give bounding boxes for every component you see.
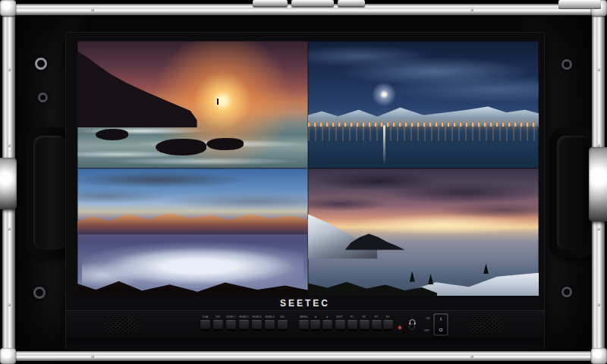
power-rocker[interactable]: I O <box>435 315 447 334</box>
button-label: HDMI 4 <box>265 315 274 318</box>
rivet <box>8 303 11 306</box>
control-panel: VGA DVI HDMI 1 HDMI 2 HDMI 3 HDMI 4 <box>66 310 544 338</box>
sea-rock <box>206 138 244 151</box>
rivet <box>597 303 600 306</box>
button-label: F1 <box>351 315 354 318</box>
lid-catch-plate <box>291 0 334 7</box>
button-label: HDMI 3 <box>252 315 261 318</box>
pine-tree <box>410 271 415 282</box>
lid-catch-plate <box>253 0 288 7</box>
rivet <box>91 355 94 358</box>
right-arrow-button-unit: ► <box>320 314 334 330</box>
f4-button[interactable] <box>383 320 393 330</box>
salt-flat <box>82 240 304 288</box>
left-arrow-button[interactable] <box>310 320 320 330</box>
moon-reflection <box>383 125 385 163</box>
right-arrow-button[interactable] <box>322 320 332 330</box>
power-switch-labels: ON OFF <box>420 315 430 332</box>
lighthouse <box>217 99 219 105</box>
rocker-on-mark: I <box>440 316 442 322</box>
island-silhouette <box>345 232 405 250</box>
quad-split-screen <box>77 41 539 296</box>
sea-rock <box>96 129 128 140</box>
hdmi1-button-unit: HDMI 1 <box>224 314 237 330</box>
monitor-lower-shelf <box>66 338 544 350</box>
hdmi4-button-unit: HDMI 4 <box>263 314 276 330</box>
power-switch[interactable]: I O <box>433 313 448 336</box>
f4-button-unit: F4 <box>381 314 395 330</box>
button-label: HDMI 2 <box>239 315 248 318</box>
rivet <box>91 8 94 11</box>
photo-fjord-dusk <box>308 41 539 168</box>
rivet <box>8 68 11 71</box>
f3-button[interactable] <box>372 320 382 330</box>
button-label: F4 <box>386 315 389 318</box>
snowy-mountains <box>308 99 539 126</box>
shoreline-lights <box>308 123 539 126</box>
lid-catch-plate <box>338 0 365 7</box>
corner-bracket <box>558 0 601 9</box>
sdi-button[interactable] <box>278 320 288 330</box>
hdmi3-button-unit: HDMI 3 <box>250 314 263 330</box>
dvi-button[interactable] <box>213 320 223 330</box>
photo-coastal-sunset <box>77 41 308 168</box>
button-label: EXIT <box>337 315 343 318</box>
mounting-grommet <box>561 287 572 297</box>
brand-logo: SEETEC <box>280 298 330 309</box>
hdmi2-button[interactable] <box>239 320 249 330</box>
vga-button-unit: VGA <box>198 314 212 330</box>
dvi-button-unit: DVI <box>211 314 225 330</box>
mounting-grommet <box>38 93 48 102</box>
pine-tree <box>483 263 489 274</box>
hdmi3-button[interactable] <box>252 320 262 330</box>
hdmi1-button[interactable] <box>226 320 236 330</box>
corner-cap <box>591 348 607 364</box>
button-label: SDI <box>280 315 285 318</box>
photo-desert-valley <box>77 168 308 296</box>
rivet <box>597 228 600 231</box>
button-label: F2 <box>363 315 366 318</box>
button-label: F3 <box>375 315 378 318</box>
speaker-grille-right <box>468 316 503 334</box>
power-led <box>398 326 401 329</box>
rivet <box>597 68 600 71</box>
rocker-off-mark: O <box>439 327 443 333</box>
f2-button[interactable] <box>360 320 370 330</box>
button-label: DVI <box>215 315 220 318</box>
off-label: OFF <box>423 329 429 332</box>
bottom-bezel: SEETEC <box>66 297 544 310</box>
f1-button[interactable] <box>348 320 357 330</box>
rivet <box>8 144 11 147</box>
menu-button[interactable] <box>299 320 309 330</box>
button-label: ◄ <box>313 315 316 318</box>
button-label: HDMI 1 <box>226 315 235 318</box>
left-twist-latch <box>0 158 17 209</box>
button-label: MENU <box>300 315 308 318</box>
button-label: ► <box>326 315 329 318</box>
light-reflections <box>308 127 539 140</box>
mountain-range <box>77 206 308 235</box>
mounting-grommet <box>33 287 46 299</box>
speaker-grille-left <box>104 316 139 334</box>
photo-crater-lake <box>308 168 539 296</box>
sea-rock <box>156 139 206 155</box>
dark-ridge <box>308 278 437 296</box>
rivet <box>8 228 11 231</box>
button-label: VGA <box>202 315 208 318</box>
corner-cap <box>0 0 16 16</box>
broadcast-monitor: SEETEC VGA DVI HDMI 1 HDMI 2 <box>65 32 545 350</box>
exit-button[interactable] <box>335 320 345 330</box>
corner-cap <box>0 348 16 364</box>
right-twist-latch <box>589 147 607 221</box>
on-label: ON <box>426 317 429 320</box>
hdmi2-button-unit: HDMI 2 <box>237 314 250 330</box>
pine-tree <box>428 274 433 284</box>
vga-button[interactable] <box>200 320 210 330</box>
flight-case-monitor-photo: SEETEC VGA DVI HDMI 1 HDMI 2 <box>0 0 607 364</box>
mounting-grommet <box>561 59 572 70</box>
mounting-grommet <box>35 58 47 70</box>
headphone-jack <box>409 324 415 330</box>
rivet <box>470 355 473 358</box>
rivet <box>470 8 473 11</box>
hdmi4-button[interactable] <box>265 320 275 330</box>
